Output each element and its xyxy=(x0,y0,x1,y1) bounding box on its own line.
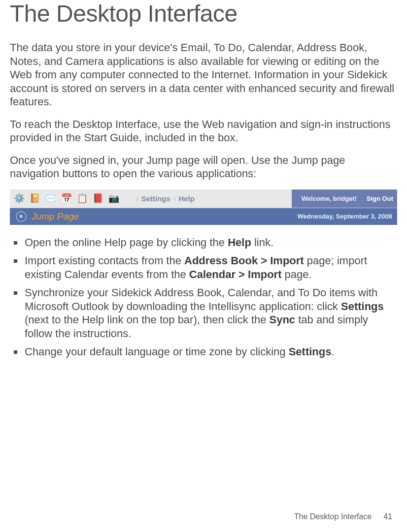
list-item: Open the online Help page by clicking th… xyxy=(21,236,397,250)
list-item: Synchronize your Sidekick Address Book, … xyxy=(21,286,397,340)
instruction-list: Open the online Help page by clicking th… xyxy=(10,236,397,359)
bold-text: Help xyxy=(228,236,251,249)
jump-icon[interactable]: ⚙️ xyxy=(12,191,27,206)
jump-ring-icon xyxy=(16,211,27,222)
email-icon[interactable]: ✉️ xyxy=(43,191,58,206)
text: Synchronize your Sidekick Address Book, … xyxy=(25,286,377,313)
page-footer: The Desktop Interface 41 xyxy=(294,512,392,521)
todo-icon[interactable]: 📋 xyxy=(75,191,90,206)
signout-link[interactable]: Sign Out xyxy=(367,195,393,202)
text: Change your default language or time zon… xyxy=(25,345,289,358)
settings-link[interactable]: Settings xyxy=(141,194,170,203)
list-item: Import existing contacts from the Addres… xyxy=(21,254,397,281)
text: . xyxy=(331,345,334,358)
toolbar-bottom-row: Jump Page Wednesday, September 3, 2008 xyxy=(10,208,397,225)
addressbook-icon[interactable]: 📕 xyxy=(91,191,105,206)
separator-icon: :: xyxy=(136,196,138,201)
desktop-toolbar-screenshot: ⚙️ 📔 ✉️ 📅 📋 📕 📷 :: Settings :: Help Welc… xyxy=(10,189,397,225)
toolbar-date: Wednesday, September 3, 2008 xyxy=(298,213,397,220)
text: link. xyxy=(251,236,273,249)
bold-text: Settings xyxy=(341,300,384,313)
calendar-icon[interactable]: 📅 xyxy=(59,191,74,206)
toolbar-user-area: Welcome, bridget! :: Sign Out xyxy=(292,189,397,208)
jump-page-label: Jump Page xyxy=(10,211,79,222)
page-title: The Desktop Interface xyxy=(10,0,397,27)
text: Open the online Help page by clicking th… xyxy=(25,236,228,249)
text: (next to the Help link on the top bar), … xyxy=(25,313,270,326)
intro-para-1: The data you store in your device's Emai… xyxy=(10,41,397,109)
toolbar-app-icons: ⚙️ 📔 ✉️ 📅 📋 📕 📷 xyxy=(10,191,121,206)
bold-text: Calendar > Import xyxy=(189,268,282,281)
camera-icon[interactable]: 📷 xyxy=(106,191,121,206)
bold-text: Address Book > Import xyxy=(184,254,304,267)
welcome-text: Welcome, bridget! xyxy=(302,195,357,202)
separator-icon: :: xyxy=(361,196,363,201)
intro-para-3: Once you've signed in, your Jump page wi… xyxy=(10,154,397,181)
toolbar-top-row: ⚙️ 📔 ✉️ 📅 📋 📕 📷 :: Settings :: Help Welc… xyxy=(10,189,397,208)
footer-section: The Desktop Interface xyxy=(294,512,372,521)
notes-icon[interactable]: 📔 xyxy=(28,191,42,206)
list-item: Change your default language or time zon… xyxy=(21,345,397,359)
bold-text: Settings xyxy=(289,345,332,358)
bold-text: Sync xyxy=(270,313,296,326)
text: Import existing contacts from the xyxy=(25,254,184,267)
separator-icon: :: xyxy=(173,196,176,201)
help-link[interactable]: Help xyxy=(179,194,195,203)
toolbar-text-links: :: Settings :: Help xyxy=(136,194,195,203)
text: page. xyxy=(282,268,312,281)
intro-para-2: To reach the Desktop Interface, use the … xyxy=(10,118,397,145)
jump-page-text: Jump Page xyxy=(32,211,79,221)
footer-page-number: 41 xyxy=(383,512,392,521)
